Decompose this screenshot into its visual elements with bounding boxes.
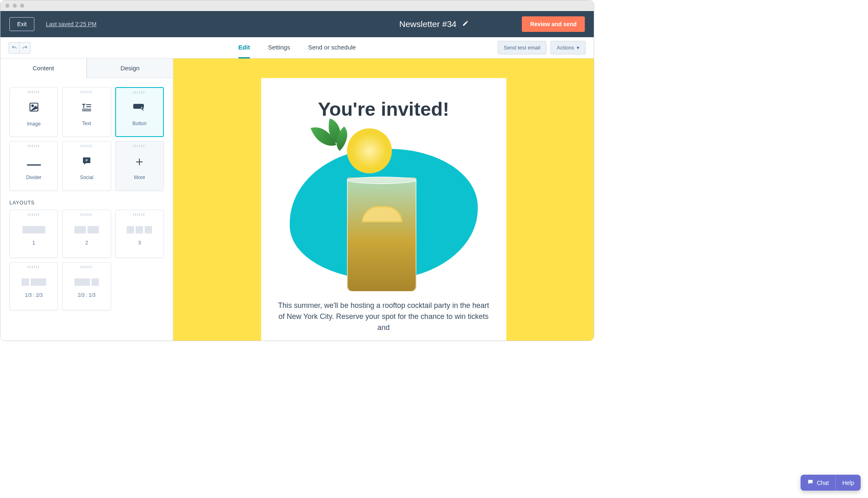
grip-icon (81, 266, 93, 268)
layout-label: 1 (32, 240, 35, 246)
window-dot (5, 4, 9, 8)
layout-1-2-thirds[interactable]: 1/3 : 2/3 (9, 262, 58, 310)
sidebar-content: Image Text Button (0, 78, 173, 319)
send-test-email-button[interactable]: Send test email (498, 41, 547, 54)
svg-point-1 (31, 105, 33, 106)
undo-redo-group (9, 42, 31, 54)
plus-icon (135, 156, 143, 169)
layout-grid: 1 2 3 1/3 : 2/3 (9, 210, 164, 310)
block-label: Text (82, 121, 91, 126)
toolbar: Edit Settings Send or schedule Send test… (0, 37, 594, 58)
block-text[interactable]: Text (62, 87, 111, 137)
sidebar-tabs: Content Design (0, 58, 173, 78)
top-bar: Exit Last saved 2:25 PM Newsletter #34 R… (0, 11, 594, 37)
divider-icon (27, 156, 41, 169)
email-headline: You're invited! (275, 98, 492, 120)
grip-icon (28, 266, 40, 268)
block-more[interactable]: More (115, 141, 164, 191)
grip-icon (133, 145, 145, 147)
block-button[interactable]: Button (115, 87, 164, 137)
layout-preview (127, 226, 152, 233)
main-area: Content Design Image Text (0, 58, 594, 341)
grip-icon (133, 91, 145, 94)
block-label: Social (80, 175, 94, 180)
review-send-button[interactable]: Review and send (522, 16, 585, 32)
tab-send-schedule[interactable]: Send or schedule (308, 37, 356, 58)
svg-rect-7 (27, 164, 41, 166)
mint-leaves-icon (310, 120, 351, 157)
block-label: Image (27, 121, 40, 127)
grip-icon (28, 213, 40, 216)
button-icon (133, 102, 145, 115)
toolbar-right: Send test email Actions ▾ (498, 41, 586, 54)
canvas[interactable]: You're invited! This summer, we'll be ho… (173, 58, 594, 341)
grip-icon (28, 91, 40, 93)
block-divider[interactable]: Divider (9, 141, 58, 191)
social-icon: # (82, 156, 92, 169)
image-icon (29, 102, 39, 115)
grip-icon (28, 145, 40, 147)
email-body-text: This summer, we'll be hosting a rooftop … (275, 300, 492, 333)
text-icon (81, 102, 92, 115)
window-titlebar (0, 0, 594, 11)
layout-3col[interactable]: 3 (115, 210, 164, 258)
window-dot (13, 4, 17, 8)
sidebar: Content Design Image Text (0, 58, 173, 341)
block-label: Button (132, 121, 147, 126)
document-title[interactable]: Newsletter #34 (399, 19, 456, 29)
tab-edit[interactable]: Edit (238, 37, 250, 58)
redo-button[interactable] (20, 43, 30, 53)
layout-label: 3 (138, 240, 141, 246)
layout-label: 2 (85, 240, 88, 246)
block-social[interactable]: # Social (62, 141, 111, 191)
layout-2col[interactable]: 2 (62, 210, 111, 258)
grip-icon (81, 91, 93, 93)
tab-settings[interactable]: Settings (268, 37, 290, 58)
glass-icon (347, 157, 421, 292)
layout-label: 2/3 : 1/3 (78, 292, 95, 298)
layout-2-1-thirds[interactable]: 2/3 : 1/3 (62, 262, 111, 310)
actions-dropdown[interactable]: Actions ▾ (550, 41, 586, 54)
last-saved-link[interactable]: Last saved 2:25 PM (46, 21, 96, 27)
layouts-heading: LAYOUTS (9, 200, 164, 206)
svg-text:#: # (85, 158, 87, 162)
layout-preview (74, 278, 99, 286)
pencil-icon[interactable] (462, 20, 469, 28)
window-dot (20, 4, 24, 8)
svg-rect-5 (86, 106, 91, 107)
block-grid: Image Text Button (9, 87, 164, 191)
nav-tabs: Edit Settings Send or schedule (238, 37, 356, 58)
exit-button[interactable]: Exit (9, 17, 34, 31)
sidebar-tab-design[interactable]: Design (87, 58, 173, 78)
block-label: More (134, 175, 145, 180)
actions-label: Actions (557, 45, 574, 51)
grip-icon (81, 145, 93, 147)
layout-label: 1/3 : 2/3 (25, 292, 43, 298)
grip-icon (133, 213, 145, 216)
layout-preview (22, 226, 45, 233)
grip-icon (81, 213, 93, 216)
hero-image[interactable] (286, 132, 482, 292)
block-image[interactable]: Image (9, 87, 58, 137)
layout-preview (22, 278, 46, 286)
svg-rect-2 (86, 104, 91, 105)
email-preview[interactable]: You're invited! This summer, we'll be ho… (261, 78, 506, 341)
svg-rect-4 (82, 110, 91, 111)
layout-preview (74, 226, 99, 233)
sidebar-tab-content[interactable]: Content (0, 58, 87, 78)
block-label: Divider (26, 175, 41, 180)
svg-rect-3 (82, 109, 91, 110)
chevron-down-icon: ▾ (577, 45, 579, 51)
undo-button[interactable] (9, 43, 20, 53)
document-title-wrap: Newsletter #34 (399, 19, 469, 29)
layout-1col[interactable]: 1 (9, 210, 58, 258)
